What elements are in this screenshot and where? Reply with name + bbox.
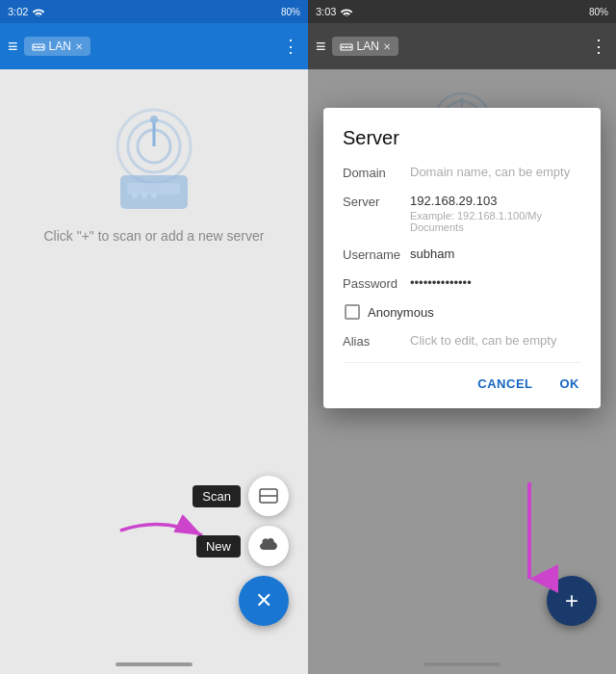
right-status-bar: 3:03 80% <box>308 0 616 23</box>
dialog-actions: CANCEL OK <box>343 362 581 401</box>
password-field: Password •••••••••••••• <box>343 275 581 291</box>
svg-point-2 <box>34 46 36 48</box>
right-lan-icon <box>340 41 353 51</box>
scan-button[interactable] <box>248 476 289 516</box>
right-battery-text: 80% <box>589 7 608 17</box>
svg-point-22 <box>349 46 351 48</box>
status-right: 80% <box>281 7 300 17</box>
password-label: Password <box>343 275 410 291</box>
left-main-content: Click "+" to scan or add a new server Sc… <box>0 69 308 674</box>
left-tab-lan[interactable]: LAN ✕ <box>24 37 90 56</box>
domain-value[interactable]: Domain name, can be empty <box>410 165 570 179</box>
home-indicator-left <box>116 662 192 666</box>
anonymous-row[interactable]: Anonymous <box>343 304 581 320</box>
right-menu-icon[interactable]: ≡ <box>316 37 326 57</box>
left-tab-label: LAN <box>49 39 71 53</box>
domain-field: Domain Domain name, can be empty <box>343 165 581 180</box>
left-panel: 3:02 80% ≡ LAN ✕ ⋮ <box>0 0 308 674</box>
new-dial-item: New <box>196 526 289 566</box>
cloud-icon <box>258 538 279 554</box>
cancel-button[interactable]: CANCEL <box>475 371 534 397</box>
ok-button[interactable]: OK <box>558 371 582 397</box>
username-label: Username <box>343 246 410 262</box>
svg-point-12 <box>132 193 138 198</box>
lan-icon <box>32 41 45 51</box>
left-time: 3:02 <box>8 6 28 17</box>
svg-point-14 <box>151 193 157 198</box>
alias-field: Alias Click to edit, can be empty <box>343 333 581 349</box>
server-dialog: Server Domain Domain name, can be empty … <box>323 108 601 408</box>
svg-point-13 <box>141 193 147 198</box>
anonymous-label: Anonymous <box>368 305 434 320</box>
fab-area: Scan New <box>192 476 289 626</box>
right-more-icon[interactable]: ⋮ <box>590 36 608 57</box>
hint-text: Click "+" to scan or add a new server <box>44 228 265 244</box>
battery-text: 80% <box>281 7 300 17</box>
left-status-bar: 3:02 80% <box>0 0 308 23</box>
alias-label: Alias <box>343 333 410 349</box>
anonymous-checkbox[interactable] <box>345 304 360 320</box>
username-field: Username subham <box>343 246 581 262</box>
svg-point-9 <box>150 116 158 123</box>
tab-close-icon[interactable]: ✕ <box>75 41 83 52</box>
new-label: New <box>196 535 241 557</box>
right-tab-label: LAN <box>357 39 379 53</box>
right-tab-close[interactable]: ✕ <box>383 41 391 52</box>
arrow-down-icon <box>500 478 558 593</box>
scan-dial-item: Scan <box>192 476 289 516</box>
svg-point-4 <box>41 46 43 48</box>
scan-label: Scan <box>192 485 241 507</box>
right-toolbar: ≡ LAN ✕ ⋮ <box>308 23 616 69</box>
fab-close-icon: ✕ <box>255 588 272 613</box>
speed-dial-items: Scan New <box>192 476 289 566</box>
right-fab-icon: + <box>565 587 578 614</box>
server-sub: Example: 192.168.1.100/My Documents <box>410 210 581 233</box>
left-toolbar: ≡ LAN ✕ ⋮ <box>0 23 308 69</box>
svg-point-21 <box>346 46 347 48</box>
right-status-right: 80% <box>589 7 608 17</box>
password-value[interactable]: •••••••••••••• <box>410 275 581 290</box>
server-field: Server 192.168.29.103 Example: 192.168.1… <box>343 194 581 233</box>
dialog-title: Server <box>343 127 581 149</box>
router-illustration <box>91 108 217 219</box>
left-menu-icon[interactable]: ≡ <box>8 37 18 57</box>
arrow-down <box>500 478 558 597</box>
domain-label: Domain <box>343 165 410 180</box>
username-value[interactable]: subham <box>410 246 581 261</box>
right-time: 3:03 <box>316 6 336 17</box>
new-button[interactable] <box>248 526 289 566</box>
fab-close-button[interactable]: ✕ <box>239 576 289 626</box>
right-wifi-icon <box>340 7 353 16</box>
wifi-status-icon <box>32 7 45 16</box>
home-indicator-right <box>424 662 500 666</box>
svg-point-20 <box>342 46 344 48</box>
scan-icon <box>259 488 278 504</box>
alias-value[interactable]: Click to edit, can be empty <box>410 333 556 348</box>
svg-point-3 <box>38 46 39 48</box>
right-status-left: 3:03 <box>316 6 353 17</box>
status-left: 3:02 <box>8 6 45 17</box>
left-more-icon[interactable]: ⋮ <box>282 36 300 57</box>
server-label: Server <box>343 194 410 209</box>
right-tab-lan[interactable]: LAN ✕ <box>332 37 398 56</box>
right-panel: 3:03 80% ≡ LAN ✕ ⋮ <box>308 0 616 674</box>
server-value[interactable]: 192.168.29.103 <box>410 194 581 208</box>
